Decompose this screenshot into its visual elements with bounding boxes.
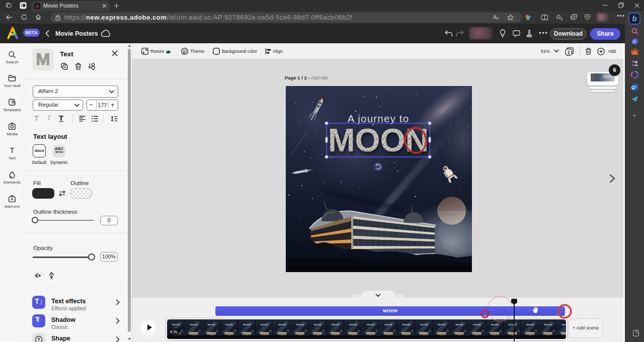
svg-text:M: M bbox=[36, 49, 50, 68]
svg-text:2: 2 bbox=[568, 50, 570, 55]
svg-text:T: T bbox=[37, 337, 40, 342]
svg-text:A: A bbox=[36, 4, 39, 9]
